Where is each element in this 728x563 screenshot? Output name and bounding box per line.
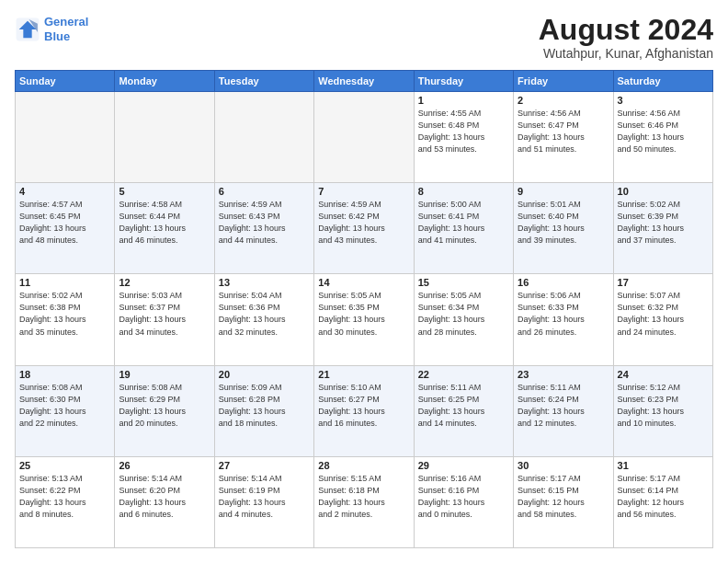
day-info: Sunrise: 5:17 AMSunset: 6:15 PMDaylight:…: [518, 473, 609, 521]
day-info: Sunrise: 5:04 AMSunset: 6:36 PMDaylight:…: [219, 290, 310, 338]
week-row-2: 4Sunrise: 4:57 AMSunset: 6:45 PMDaylight…: [16, 183, 713, 274]
calendar-cell: 9Sunrise: 5:01 AMSunset: 6:40 PMDaylight…: [514, 183, 613, 274]
day-number: 9: [518, 186, 609, 197]
week-row-5: 25Sunrise: 5:13 AMSunset: 6:22 PMDayligh…: [16, 456, 713, 547]
day-info: Sunrise: 5:17 AMSunset: 6:14 PMDaylight:…: [618, 473, 709, 521]
calendar-body: 1Sunrise: 4:55 AMSunset: 6:48 PMDaylight…: [16, 92, 713, 548]
day-info: Sunrise: 5:13 AMSunset: 6:22 PMDaylight:…: [19, 473, 110, 521]
day-info: Sunrise: 5:05 AMSunset: 6:35 PMDaylight:…: [318, 290, 409, 338]
day-number: 29: [418, 460, 509, 471]
day-info: Sunrise: 5:12 AMSunset: 6:23 PMDaylight:…: [618, 382, 709, 430]
day-number: 4: [19, 186, 110, 197]
day-number: 8: [418, 186, 509, 197]
day-number: 16: [518, 277, 609, 288]
day-number: 17: [618, 277, 709, 288]
calendar-cell: 5Sunrise: 4:58 AMSunset: 6:44 PMDaylight…: [115, 183, 214, 274]
day-info: Sunrise: 5:11 AMSunset: 6:25 PMDaylight:…: [418, 382, 509, 430]
day-number: 25: [19, 460, 110, 471]
day-number: 19: [119, 369, 210, 380]
day-number: 31: [618, 460, 709, 471]
calendar-cell: 8Sunrise: 5:00 AMSunset: 6:41 PMDaylight…: [414, 183, 513, 274]
week-row-3: 11Sunrise: 5:02 AMSunset: 6:38 PMDayligh…: [16, 274, 713, 365]
day-info: Sunrise: 5:11 AMSunset: 6:24 PMDaylight:…: [518, 382, 609, 430]
calendar-cell: 24Sunrise: 5:12 AMSunset: 6:23 PMDayligh…: [613, 365, 712, 456]
calendar-cell: 23Sunrise: 5:11 AMSunset: 6:24 PMDayligh…: [514, 365, 613, 456]
calendar-cell: 18Sunrise: 5:08 AMSunset: 6:30 PMDayligh…: [16, 365, 115, 456]
day-info: Sunrise: 4:56 AMSunset: 6:46 PMDaylight:…: [618, 108, 709, 155]
weekday-header-row: SundayMondayTuesdayWednesdayThursdayFrid…: [16, 71, 713, 92]
title-block: August 2024 Wutahpur, Kunar, Afghanistan: [539, 15, 713, 61]
weekday-monday: Monday: [115, 71, 214, 92]
calendar-table: SundayMondayTuesdayWednesdayThursdayFrid…: [15, 70, 713, 548]
day-number: 10: [618, 186, 709, 197]
calendar-cell: 26Sunrise: 5:14 AMSunset: 6:20 PMDayligh…: [115, 456, 214, 547]
day-number: 27: [219, 460, 310, 471]
day-info: Sunrise: 5:06 AMSunset: 6:33 PMDaylight:…: [518, 290, 609, 338]
day-info: Sunrise: 5:00 AMSunset: 6:41 PMDaylight:…: [418, 199, 509, 247]
calendar-cell: 20Sunrise: 5:09 AMSunset: 6:28 PMDayligh…: [214, 365, 313, 456]
weekday-sunday: Sunday: [16, 71, 115, 92]
location: Wutahpur, Kunar, Afghanistan: [539, 46, 713, 61]
weekday-friday: Friday: [514, 71, 613, 92]
calendar-cell: 22Sunrise: 5:11 AMSunset: 6:25 PMDayligh…: [414, 365, 513, 456]
calendar-cell: 28Sunrise: 5:15 AMSunset: 6:18 PMDayligh…: [314, 456, 414, 547]
calendar-cell: 6Sunrise: 4:59 AMSunset: 6:43 PMDaylight…: [214, 183, 313, 274]
calendar-cell: 31Sunrise: 5:17 AMSunset: 6:14 PMDayligh…: [613, 456, 712, 547]
calendar-cell: [16, 92, 115, 183]
weekday-saturday: Saturday: [613, 71, 712, 92]
day-info: Sunrise: 5:02 AMSunset: 6:39 PMDaylight:…: [618, 199, 709, 247]
day-number: 13: [219, 277, 310, 288]
calendar-cell: 21Sunrise: 5:10 AMSunset: 6:27 PMDayligh…: [314, 365, 414, 456]
calendar-cell: 19Sunrise: 5:08 AMSunset: 6:29 PMDayligh…: [115, 365, 214, 456]
calendar-cell: 2Sunrise: 4:56 AMSunset: 6:47 PMDaylight…: [514, 92, 613, 183]
calendar-cell: [314, 92, 414, 183]
day-number: 2: [518, 95, 609, 106]
day-number: 23: [518, 369, 609, 380]
calendar-cell: 27Sunrise: 5:14 AMSunset: 6:19 PMDayligh…: [214, 456, 313, 547]
calendar-cell: 4Sunrise: 4:57 AMSunset: 6:45 PMDaylight…: [16, 183, 115, 274]
day-info: Sunrise: 4:55 AMSunset: 6:48 PMDaylight:…: [418, 108, 509, 155]
day-number: 1: [418, 95, 509, 106]
day-number: 20: [219, 369, 310, 380]
day-number: 5: [119, 186, 210, 197]
day-info: Sunrise: 4:57 AMSunset: 6:45 PMDaylight:…: [19, 199, 110, 247]
day-number: 28: [318, 460, 409, 471]
day-number: 14: [318, 277, 409, 288]
day-number: 12: [119, 277, 210, 288]
day-info: Sunrise: 5:05 AMSunset: 6:34 PMDaylight:…: [418, 290, 509, 338]
calendar-cell: 16Sunrise: 5:06 AMSunset: 6:33 PMDayligh…: [514, 274, 613, 365]
week-row-4: 18Sunrise: 5:08 AMSunset: 6:30 PMDayligh…: [16, 365, 713, 456]
day-number: 22: [418, 369, 509, 380]
calendar-cell: 15Sunrise: 5:05 AMSunset: 6:34 PMDayligh…: [414, 274, 513, 365]
day-number: 15: [418, 277, 509, 288]
page: General Blue August 2024 Wutahpur, Kunar…: [0, 0, 728, 563]
calendar-cell: 11Sunrise: 5:02 AMSunset: 6:38 PMDayligh…: [16, 274, 115, 365]
calendar-cell: 13Sunrise: 5:04 AMSunset: 6:36 PMDayligh…: [214, 274, 313, 365]
calendar-cell: [214, 92, 313, 183]
day-number: 30: [518, 460, 609, 471]
logo-blue: Blue: [44, 29, 70, 43]
logo: General Blue: [15, 15, 88, 43]
day-number: 21: [318, 369, 409, 380]
calendar-cell: [115, 92, 214, 183]
day-info: Sunrise: 5:15 AMSunset: 6:18 PMDaylight:…: [318, 473, 409, 521]
day-info: Sunrise: 5:14 AMSunset: 6:19 PMDaylight:…: [219, 473, 310, 521]
day-info: Sunrise: 5:08 AMSunset: 6:29 PMDaylight:…: [119, 382, 210, 430]
logo-icon: [15, 17, 40, 42]
weekday-tuesday: Tuesday: [214, 71, 313, 92]
day-info: Sunrise: 5:09 AMSunset: 6:28 PMDaylight:…: [219, 382, 310, 430]
day-number: 18: [19, 369, 110, 380]
calendar-cell: 7Sunrise: 4:59 AMSunset: 6:42 PMDaylight…: [314, 183, 414, 274]
calendar-cell: 1Sunrise: 4:55 AMSunset: 6:48 PMDaylight…: [414, 92, 513, 183]
logo-general: General: [44, 15, 88, 29]
day-info: Sunrise: 5:07 AMSunset: 6:32 PMDaylight:…: [618, 290, 709, 338]
day-number: 6: [219, 186, 310, 197]
day-info: Sunrise: 4:59 AMSunset: 6:43 PMDaylight:…: [219, 199, 310, 247]
calendar-cell: 14Sunrise: 5:05 AMSunset: 6:35 PMDayligh…: [314, 274, 414, 365]
calendar-cell: 10Sunrise: 5:02 AMSunset: 6:39 PMDayligh…: [613, 183, 712, 274]
day-info: Sunrise: 5:14 AMSunset: 6:20 PMDaylight:…: [119, 473, 210, 521]
weekday-wednesday: Wednesday: [314, 71, 414, 92]
day-info: Sunrise: 5:03 AMSunset: 6:37 PMDaylight:…: [119, 290, 210, 338]
week-row-1: 1Sunrise: 4:55 AMSunset: 6:48 PMDaylight…: [16, 92, 713, 183]
day-info: Sunrise: 4:59 AMSunset: 6:42 PMDaylight:…: [318, 199, 409, 247]
